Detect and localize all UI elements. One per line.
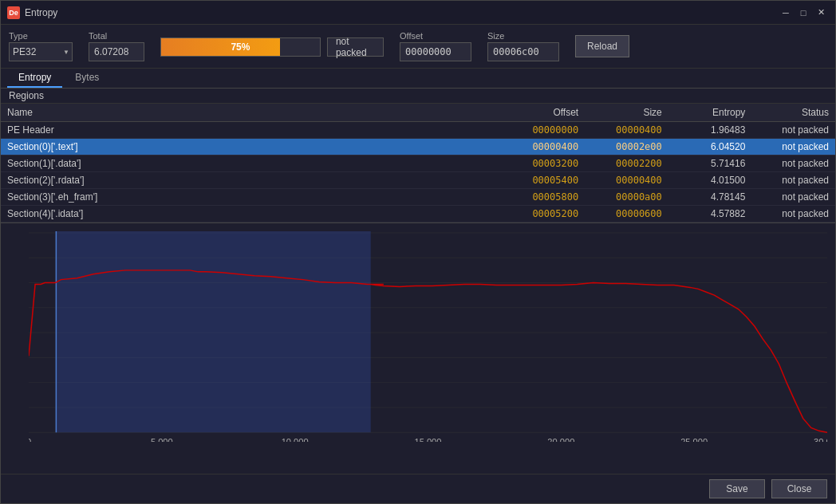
footer: Save Close [1,474,835,503]
cell-offset: 00000400 [502,139,586,156]
close-button[interactable]: Close [771,479,827,498]
progress-row: 75% not packed [160,37,384,57]
cell-size: 00000400 [585,172,668,189]
tab-entropy[interactable]: Entropy [7,69,62,88]
col-size: Size [585,104,668,122]
table-row[interactable]: Section(1)['.data'] 00003200 00002200 5.… [1,156,835,172]
type-label: Type [9,31,73,41]
offset-label: Offset [400,31,471,41]
cell-entropy: 6.04520 [668,139,752,156]
status-badge: not packed [327,37,384,57]
cell-name: PE Header [1,122,502,139]
cell-name: Section(4)['.idata'] [1,206,502,222]
tab-bytes[interactable]: Bytes [64,69,110,88]
table-row[interactable]: PE Header 00000000 00000400 1.96483 not … [1,122,835,139]
cell-name: Section(0)['.text'] [1,139,502,156]
reload-button[interactable]: Reload [575,35,629,57]
cell-offset: 00005200 [502,206,586,222]
cell-size: 00002200 [585,156,668,172]
cell-offset: 00005800 [502,189,586,206]
cell-entropy: 1.96483 [668,122,752,139]
cell-offset: 00003200 [502,156,586,172]
regions-bar: Regions [1,89,835,104]
content-area: Name Offset Size Entropy Status PE Heade… [1,104,835,474]
offset-value: 00000000 [400,42,471,61]
title-bar: De Entropy ─ □ ✕ [1,1,835,25]
cell-status: not packed [751,122,835,139]
window-title: Entropy [25,7,773,18]
svg-text:15,000: 15,000 [414,437,441,442]
cell-status: not packed [751,189,835,206]
table-row[interactable]: Section(4)['.idata'] 00005200 00000600 4… [1,206,835,222]
total-label: Total [89,31,144,41]
chart-area: 8 7 6 5 4 3 2 1 0 [1,223,835,474]
entropy-chart: 8 7 6 5 4 3 2 1 0 [29,231,827,442]
table-row[interactable]: Section(3)['.eh_fram'] 00005800 00000a00… [1,189,835,206]
cell-entropy: 5.71416 [668,156,752,172]
col-name: Name [1,104,502,122]
cell-size: 00002e00 [585,139,668,156]
main-window: De Entropy ─ □ ✕ Type PE32 PE64 ELF Tota… [0,0,836,504]
regions-table: Name Offset Size Entropy Status PE Heade… [1,104,835,222]
save-button[interactable]: Save [709,479,765,498]
svg-text:0: 0 [29,437,31,442]
close-window-button[interactable]: ✕ [813,5,829,21]
size-label: Size [487,31,559,41]
svg-text:10,000: 10,000 [282,437,309,442]
cell-offset: 00005400 [502,172,586,189]
window-controls: ─ □ ✕ [778,5,829,21]
cell-size: 00000400 [585,122,668,139]
app-logo: De [7,6,20,19]
svg-text:25,000: 25,000 [680,437,708,442]
svg-text:20,000: 20,000 [547,437,574,442]
table-row[interactable]: Section(0)['.text'] 00000400 00002e00 6.… [1,139,835,156]
cell-entropy: 4.01500 [668,172,752,189]
section-highlight [56,231,370,432]
toolbar: Type PE32 PE64 ELF Total 6.07208 75% not… [1,25,835,69]
cell-name: Section(1)['.data'] [1,156,502,172]
progress-bar-container: 75% [160,37,321,57]
cell-status: not packed [751,156,835,172]
table-row[interactable]: Section(2)['.rdata'] 00005400 00000400 4… [1,172,835,189]
cell-size: 00000a00 [585,189,668,206]
cell-status: not packed [751,206,835,222]
cell-offset: 00000000 [502,122,586,139]
cell-status: not packed [751,139,835,156]
minimize-button[interactable]: ─ [778,5,794,21]
cell-entropy: 4.57882 [668,206,752,222]
cell-name: Section(2)['.rdata'] [1,172,502,189]
svg-text:5,000: 5,000 [151,437,173,442]
cell-entropy: 4.78145 [668,189,752,206]
total-value: 6.07208 [89,42,144,61]
col-status: Status [751,104,835,122]
cell-size: 00000600 [585,206,668,222]
type-select[interactable]: PE32 PE64 ELF [9,42,73,61]
offset-group: Offset 00000000 [400,31,471,61]
progress-bar-text: 75% [161,41,320,53]
total-group: Total 6.07208 [89,31,144,61]
type-select-wrapper: PE32 PE64 ELF [9,42,73,61]
tabs-bar: Entropy Bytes [1,69,835,89]
col-entropy: Entropy [668,104,752,122]
size-value: 00006c00 [487,42,559,61]
svg-text:30,000: 30,000 [814,437,827,442]
regions-table-container[interactable]: Name Offset Size Entropy Status PE Heade… [1,104,835,223]
maximize-button[interactable]: □ [795,5,811,21]
col-offset: Offset [502,104,586,122]
progress-group: 75% not packed [160,36,384,57]
size-group: Size 00006c00 [487,31,559,61]
cell-name: Section(3)['.eh_fram'] [1,189,502,206]
cell-status: not packed [751,172,835,189]
type-group: Type PE32 PE64 ELF [9,31,73,61]
